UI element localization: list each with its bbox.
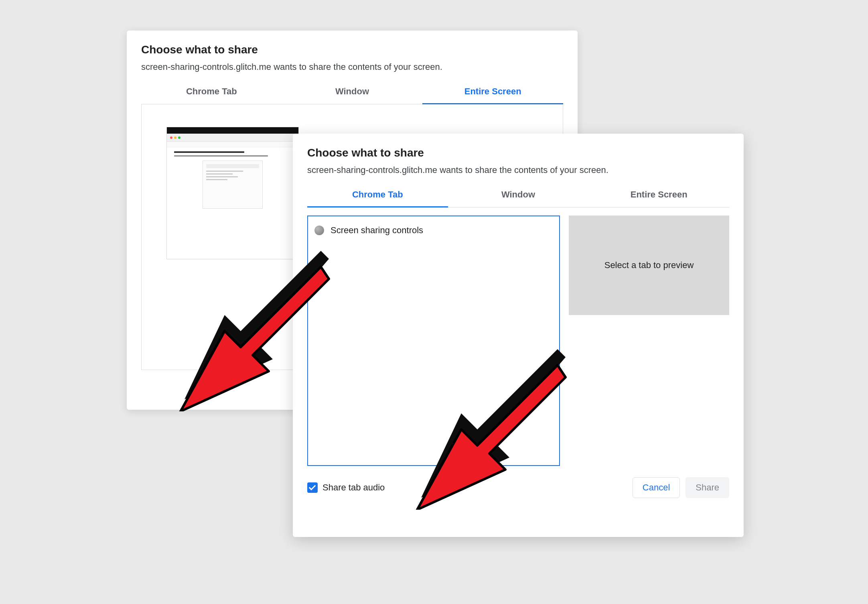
share-tabs: Chrome Tab Window Entire Screen [307, 183, 729, 207]
dialog-title: Choose what to share [141, 43, 563, 56]
dialog-title: Choose what to share [307, 146, 729, 159]
share-dialog-chrome-tab: Choose what to share screen-sharing-cont… [293, 134, 744, 537]
globe-icon [314, 226, 324, 235]
share-audio-checkbox[interactable] [307, 482, 318, 493]
tab-window[interactable]: Window [448, 183, 589, 207]
dialog-subtitle: screen-sharing-controls.glitch.me wants … [141, 62, 563, 72]
tab-list-item[interactable]: Screen sharing controls [314, 224, 554, 237]
share-tabs: Chrome Tab Window Entire Screen [141, 79, 563, 104]
dialog-subtitle: screen-sharing-controls.glitch.me wants … [307, 165, 729, 175]
screen-thumbnail[interactable] [166, 127, 299, 259]
preview-placeholder: Select a tab to preview [569, 216, 729, 315]
tab-chrome-tab[interactable]: Chrome Tab [307, 183, 448, 207]
tab-list: Screen sharing controls [307, 216, 560, 466]
tab-entire-screen[interactable]: Entire Screen [588, 183, 729, 207]
cancel-button[interactable]: Cancel [633, 477, 680, 498]
share-audio-label: Share tab audio [322, 482, 385, 493]
tab-entire-screen[interactable]: Entire Screen [422, 80, 563, 104]
tab-chrome-tab[interactable]: Chrome Tab [141, 80, 282, 104]
tab-item-label: Screen sharing controls [331, 225, 423, 236]
preview-panel: Select a tab to preview [569, 216, 729, 466]
tab-window[interactable]: Window [282, 80, 423, 104]
share-tab-audio-option[interactable]: Share tab audio [307, 482, 385, 493]
share-button[interactable]: Share [685, 477, 729, 498]
